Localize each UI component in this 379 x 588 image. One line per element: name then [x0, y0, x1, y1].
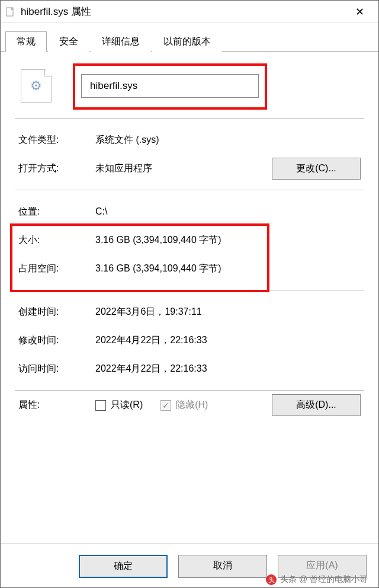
- watermark-logo-icon: 头: [266, 574, 277, 585]
- tab-previous-versions[interactable]: 以前的版本: [152, 31, 222, 52]
- titlebar: hiberfil.sys 属性 ✕: [1, 1, 378, 23]
- value-file-type: 系统文件 (.sys): [95, 134, 361, 146]
- value-accessed: 2022年4月22日，22:16:33: [95, 363, 361, 375]
- label-modified: 修改时间:: [18, 334, 95, 347]
- tab-details[interactable]: 详细信息: [91, 31, 151, 52]
- file-header: ⚙ hiberfil.sys: [15, 59, 364, 118]
- checkbox-hidden: ✓ 隐藏(H): [160, 399, 208, 411]
- label-created: 创建时间:: [18, 306, 95, 318]
- value-location: C:\: [95, 206, 361, 217]
- advanced-button[interactable]: 高级(D)...: [272, 394, 361, 416]
- checkbox-box-icon: [95, 400, 106, 411]
- value-created: 2022年3月6日，19:37:11: [95, 306, 361, 318]
- change-button[interactable]: 更改(C)...: [272, 158, 361, 180]
- label-location: 位置:: [18, 206, 95, 218]
- ok-button[interactable]: 确定: [79, 555, 168, 578]
- properties-window: hiberfil.sys 属性 ✕ 常规 安全 详细信息 以前的版本 ⚙ hib…: [0, 0, 379, 588]
- section-attributes: 属性: 只读(R) ✓ 隐藏(H) 高级(D)...: [15, 391, 364, 430]
- value-size-on-disk: 3.16 GB (3,394,109,440 字节): [95, 263, 361, 275]
- size-highlight: 大小: 3.16 GB (3,394,109,440 字节) 占用空间: 3.1…: [18, 226, 361, 283]
- dialog-button-row: 确定 取消 应用(A) 头 头条 @ 曾经的电脑小哥: [1, 544, 378, 587]
- tab-general[interactable]: 常规: [5, 31, 47, 52]
- checkbox-box-icon: ✓: [160, 400, 171, 411]
- close-button[interactable]: ✕: [345, 5, 374, 18]
- section-time: 创建时间: 2022年3月6日，19:37:11 修改时间: 2022年4月22…: [15, 290, 364, 390]
- label-size: 大小:: [18, 234, 95, 247]
- apply-button: 应用(A): [278, 555, 367, 578]
- tabs: 常规 安全 详细信息 以前的版本: [1, 23, 378, 52]
- section-size: 位置: C:\ 大小: 3.16 GB (3,394,109,440 字节) 占…: [15, 190, 364, 290]
- value-size: 3.16 GB (3,394,109,440 字节): [95, 234, 361, 247]
- checkbox-hidden-label: 隐藏(H): [176, 399, 208, 411]
- value-modified: 2022年4月22日，22:16:33: [95, 334, 361, 347]
- cancel-button[interactable]: 取消: [178, 555, 267, 578]
- label-size-on-disk: 占用空间:: [18, 263, 95, 275]
- label-attributes: 属性:: [18, 399, 95, 411]
- label-accessed: 访问时间:: [18, 363, 95, 375]
- gear-icon: ⚙: [30, 78, 42, 94]
- file-icon-small: [5, 7, 16, 17]
- filename-input[interactable]: hiberfil.sys: [81, 74, 259, 98]
- label-opens-with: 打开方式:: [18, 162, 95, 175]
- file-type-icon: ⚙: [21, 69, 52, 103]
- value-opens-with: 未知应用程序: [95, 162, 272, 175]
- filename-highlight: hiberfil.sys: [81, 74, 259, 98]
- checkbox-readonly[interactable]: 只读(R): [95, 399, 143, 411]
- section-type: 文件类型: 系统文件 (.sys) 打开方式: 未知应用程序 更改(C)...: [15, 119, 364, 190]
- label-file-type: 文件类型:: [18, 134, 95, 146]
- tab-security[interactable]: 安全: [48, 31, 89, 52]
- window-title: hiberfil.sys 属性: [21, 5, 345, 18]
- tab-content: ⚙ hiberfil.sys 文件类型: 系统文件 (.sys) 打开方式: 未…: [1, 52, 378, 544]
- checkbox-readonly-label: 只读(R): [111, 399, 143, 411]
